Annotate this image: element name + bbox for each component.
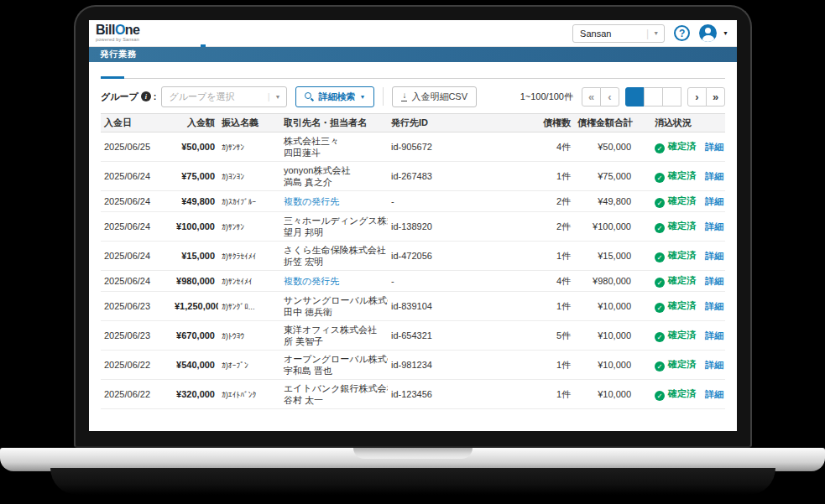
laptop-lid-notch bbox=[353, 448, 473, 459]
nav-menu-item[interactable] bbox=[231, 20, 249, 47]
toolbar-divider bbox=[383, 87, 384, 106]
col-payer-name: 振込名義 bbox=[218, 114, 280, 132]
help-icon[interactable]: ? bbox=[674, 25, 690, 41]
partner-company[interactable]: 複数の発行先 bbox=[284, 275, 384, 287]
partner-company: オープングローバル株式会社 bbox=[284, 353, 384, 365]
detail-link[interactable]: 詳細 bbox=[705, 276, 723, 286]
table-row: 2025/06/22 ¥540,000 ｶ)ｵｰﾌﾟﾝ オープングローバル株式会… bbox=[101, 351, 725, 380]
user-avatar-icon[interactable] bbox=[699, 24, 717, 42]
col-partner-name: 取引先名・担当者名 bbox=[280, 114, 388, 132]
check-icon: ✓ bbox=[655, 143, 665, 153]
last-page-button[interactable]: » bbox=[706, 87, 725, 107]
detail-link[interactable]: 詳細 bbox=[705, 251, 723, 261]
receivable-total: ¥100,000 bbox=[574, 212, 634, 242]
detail-link[interactable]: 詳細 bbox=[705, 360, 723, 370]
pagination-forward-group: › » bbox=[687, 87, 725, 107]
nav-menu-item[interactable] bbox=[194, 20, 212, 47]
receivable-total: ¥10,000 bbox=[574, 351, 634, 380]
payment-amount: ¥320,000 bbox=[171, 380, 218, 409]
receivable-total: ¥980,000 bbox=[574, 271, 634, 292]
table-row: 2025/06/24 ¥15,000 ｶ)ｻｸﾗｾｲﾒｲ さくら生命保険株式会社… bbox=[101, 242, 725, 271]
receivable-total: ¥49,800 bbox=[574, 191, 634, 212]
page-number-button[interactable] bbox=[625, 87, 645, 107]
pagination-pages-group bbox=[625, 87, 681, 107]
group-label-colon: : bbox=[154, 91, 157, 101]
organization-select[interactable]: Sansan | ▼ bbox=[572, 24, 665, 43]
payer-name: ｶ)ﾖﾝﾖﾝ bbox=[218, 162, 280, 191]
user-menu-caret-icon[interactable]: ▼ bbox=[723, 30, 728, 36]
main-content: グループ i : グループを選択 | ▼ 詳細検索 ▼ bbox=[89, 62, 737, 409]
payment-date: 2025/06/25 bbox=[101, 132, 171, 162]
partner-company: サンサングローバル株式会社 bbox=[284, 294, 384, 306]
status-badge: 確定済 bbox=[668, 195, 696, 205]
payer-name: ｶ)ｻﾝｻﾝ bbox=[218, 212, 280, 242]
billone-logo-tagline: powered by Sansan bbox=[96, 38, 140, 43]
detail-link[interactable]: 詳細 bbox=[705, 171, 723, 181]
table-row: 2025/06/24 ¥75,000 ｶ)ﾖﾝﾖﾝ yonyon株式会社 満島 … bbox=[101, 162, 725, 191]
section-header-bar: 発行業務 bbox=[89, 47, 737, 62]
partner-contact: 所 美智子 bbox=[284, 335, 384, 347]
organization-select-value: Sansan bbox=[580, 29, 611, 39]
page-number-button[interactable] bbox=[644, 87, 663, 107]
table-body: 2025/06/25 ¥50,000 ｶ)ｻﾝｻﾝ 株式会社三々 四田蓮斗 id… bbox=[101, 132, 725, 409]
status-badge: 確定済 bbox=[668, 300, 696, 310]
table-row: 2025/06/24 ¥980,000 ｶ)ｻﾝｾｲﾒｲ 複数の発行先 - 4件… bbox=[101, 271, 725, 292]
receivable-count: 1件 bbox=[530, 351, 574, 380]
detail-link[interactable]: 詳細 bbox=[705, 301, 723, 311]
payer-name: ｶ)ﾄｳﾖｳ bbox=[218, 321, 280, 351]
partner-company: さくら生命保険株式会社 bbox=[284, 244, 384, 256]
check-icon: ✓ bbox=[655, 198, 665, 208]
partner-company[interactable]: 複数の発行先 bbox=[284, 195, 384, 207]
payment-date: 2025/06/22 bbox=[101, 351, 171, 380]
destination-id: id-905672 bbox=[388, 132, 530, 162]
payer-name: ｶ)ｻﾝｸﾞﾛ... bbox=[218, 292, 280, 321]
pagination-back-group: « ‹ bbox=[582, 87, 619, 107]
tab-item[interactable] bbox=[124, 70, 148, 78]
table-header: 入金日 入金額 振込名義 取引先名・担当者名 発行先ID 債権数 債権金額合計 … bbox=[101, 114, 725, 132]
tab-item[interactable] bbox=[101, 70, 124, 78]
prev-page-button[interactable]: ‹ bbox=[600, 87, 619, 107]
check-icon: ✓ bbox=[655, 173, 665, 183]
section-title: 発行業務 bbox=[100, 49, 137, 60]
group-label-text: グループ bbox=[101, 91, 138, 103]
group-select[interactable]: グループを選択 | ▼ bbox=[161, 86, 287, 107]
payment-date: 2025/06/24 bbox=[101, 162, 171, 191]
payment-amount: ¥1,250,000 bbox=[171, 292, 218, 321]
table-row: 2025/06/24 ¥49,800 ｶ)ｽｶｲﾌﾞﾙｰ 複数の発行先 - 2件… bbox=[101, 191, 725, 212]
status-badge: 確定済 bbox=[668, 250, 696, 260]
info-icon[interactable]: i bbox=[141, 91, 151, 101]
chevron-down-icon: ▼ bbox=[270, 94, 287, 100]
page-number-button[interactable] bbox=[662, 87, 681, 107]
detail-link[interactable]: 詳細 bbox=[705, 389, 723, 399]
payment-csv-button[interactable]: ↓ 入金明細CSV bbox=[392, 86, 477, 107]
advanced-search-button[interactable]: 詳細検索 ▼ bbox=[295, 86, 374, 107]
detail-link[interactable]: 詳細 bbox=[705, 330, 723, 340]
nav-menu-item[interactable] bbox=[175, 20, 194, 47]
detail-link[interactable]: 詳細 bbox=[705, 142, 723, 152]
nav-menu-item[interactable] bbox=[157, 20, 175, 47]
detail-link[interactable]: 詳細 bbox=[705, 221, 723, 231]
check-icon: ✓ bbox=[655, 223, 665, 233]
check-icon: ✓ bbox=[655, 278, 665, 288]
status-badge: 確定済 bbox=[668, 330, 696, 340]
app-window: BillOne powered by Sansan Sansan | ▼ ? ▼ bbox=[89, 20, 737, 431]
destination-id: id-654321 bbox=[388, 321, 530, 351]
next-page-button[interactable]: › bbox=[687, 87, 707, 107]
detail-link[interactable]: 詳細 bbox=[705, 196, 723, 206]
status-badge: 確定済 bbox=[668, 170, 696, 180]
pagination: 1~100/100件 « ‹ › » bbox=[520, 87, 725, 107]
partner-company: yonyon株式会社 bbox=[284, 164, 384, 176]
receivable-total: ¥15,000 bbox=[574, 242, 634, 271]
receivable-total: ¥75,000 bbox=[574, 162, 634, 191]
receivable-count: 2件 bbox=[530, 212, 574, 242]
partner-company: エイトバンク銀行株式会社 bbox=[284, 382, 384, 394]
first-page-button[interactable]: « bbox=[582, 87, 601, 107]
receivable-count: 1件 bbox=[530, 242, 574, 271]
status-badge: 確定済 bbox=[668, 141, 696, 151]
download-icon: ↓ bbox=[401, 91, 407, 101]
receivable-count: 1件 bbox=[530, 292, 574, 321]
receivable-count: 1件 bbox=[530, 162, 574, 191]
nav-menu-item[interactable] bbox=[212, 20, 231, 47]
partner-contact: 望月 邦明 bbox=[284, 226, 384, 238]
billone-logo[interactable]: BillOne powered by Sansan bbox=[96, 23, 140, 43]
